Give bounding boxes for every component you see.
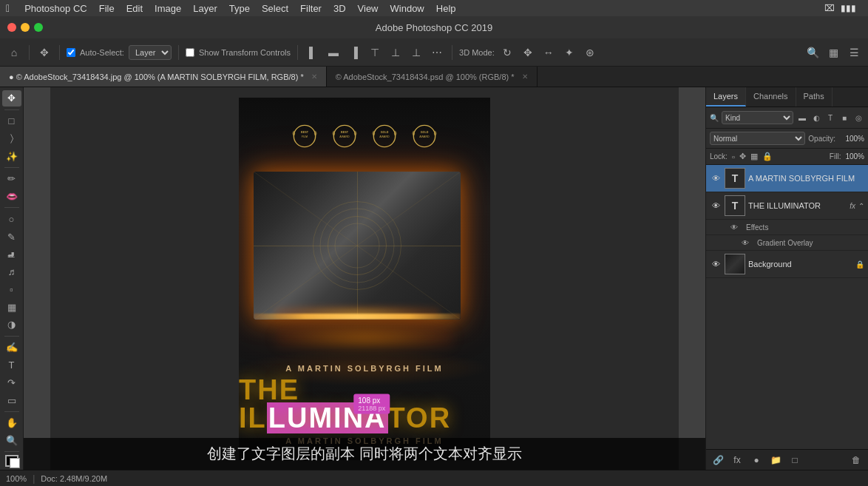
menu-3d[interactable]: 3D <box>333 3 346 14</box>
settings-icon[interactable]: ☰ <box>846 44 862 61</box>
add-style-icon[interactable]: fx <box>730 453 745 468</box>
layer-item-background[interactable]: 👁 Background 🔒 <box>706 251 868 278</box>
autoselect-label: Auto-Select: <box>80 48 124 57</box>
text-tool[interactable]: T <box>2 357 21 374</box>
foreground-color[interactable] <box>5 455 18 467</box>
3d-rotate2-icon[interactable]: ⊛ <box>582 44 598 61</box>
align-middle-icon[interactable]: ⊥ <box>387 44 404 61</box>
align-right-icon[interactable]: ▐ <box>346 44 362 61</box>
canvas-area[interactable]: BEST FILM BEST AWARD <box>24 87 705 470</box>
layers-kind-select[interactable]: Kind <box>722 111 793 124</box>
delete-layer-icon[interactable]: 🗑 <box>849 453 864 468</box>
lasso-tool[interactable]: 〉 <box>2 130 21 146</box>
tab-layers[interactable]: Layers <box>706 87 746 107</box>
marquee-tool[interactable]: □ <box>2 113 21 129</box>
tab-channels[interactable]: Channels <box>746 87 796 107</box>
link-layers-icon[interactable]: 🔗 <box>711 453 725 468</box>
layer-martin-visibility[interactable]: 👁 <box>710 172 722 184</box>
3d-rotate-icon[interactable]: ↻ <box>499 44 515 61</box>
effects-visibility[interactable]: 👁 <box>728 221 740 233</box>
filter-type-icon[interactable]: T <box>824 112 836 124</box>
menu-help[interactable]: Help <box>436 3 456 14</box>
tab-psd[interactable]: © AdobeStock_73418434.psd @ 100% (RGB/8)… <box>327 67 538 87</box>
layer-martin-thumb: T <box>725 168 745 189</box>
minimize-button[interactable] <box>21 23 30 32</box>
apple-menu-icon[interactable]:  <box>6 2 10 14</box>
layer-illuminator-visibility[interactable]: 👁 <box>710 200 722 212</box>
tab-psd-close[interactable]: ✕ <box>522 72 528 81</box>
pen-tool[interactable]: ✍ <box>2 340 21 356</box>
menu-filter[interactable]: Filter <box>300 3 322 14</box>
move-tool[interactable]: ✥ <box>2 90 21 107</box>
wand-tool[interactable]: ✨ <box>2 148 21 164</box>
show-transform-checkbox[interactable] <box>186 48 194 57</box>
menu-edit[interactable]: Edit <box>126 3 143 14</box>
align-top-icon[interactable]: ⊤ <box>367 44 383 61</box>
layer-illuminator-fx[interactable]: fx <box>850 202 855 210</box>
workspace-icon[interactable]: ▦ <box>825 44 841 61</box>
eraser-tool[interactable]: ▫ <box>2 282 21 298</box>
autoselect-type-select[interactable]: Layer <box>129 45 172 60</box>
path-tool[interactable]: ↷ <box>2 374 21 391</box>
dodge-tool[interactable]: ◑ <box>2 317 21 333</box>
tab-paths[interactable]: Paths <box>796 87 833 107</box>
menu-image[interactable]: Image <box>155 3 181 14</box>
menu-layer[interactable]: Layer <box>193 3 217 14</box>
healing-tool[interactable]: ○ <box>2 211 21 227</box>
3d-pan-icon[interactable]: ✥ <box>520 44 536 61</box>
clone-tool[interactable]: ⛸ <box>2 246 21 263</box>
autoselect-checkbox[interactable] <box>67 48 75 57</box>
lock-padlock-icon[interactable]: 🔒 <box>762 152 773 161</box>
filter-shape-icon[interactable]: ■ <box>838 112 850 124</box>
layer-background-visibility[interactable]: 👁 <box>710 258 722 270</box>
menu-file[interactable]: File <box>99 3 115 14</box>
svg-text:AWARD: AWARD <box>339 135 350 138</box>
lock-checkerboard-icon[interactable]: ▫ <box>732 152 735 161</box>
layer-illuminator-expand[interactable]: ⌃ <box>858 202 864 210</box>
menu-view[interactable]: View <box>358 3 379 14</box>
lock-move-icon[interactable]: ✥ <box>739 152 746 161</box>
filter-adjust-icon[interactable]: ◐ <box>810 112 822 124</box>
tab-jpg-close[interactable]: ✕ <box>311 72 317 81</box>
gradient-overlay-sublayer: 👁 Gradient Overlay <box>706 235 868 251</box>
maximize-button[interactable] <box>34 23 43 32</box>
fill-label: Fill: <box>830 152 841 161</box>
shape-tool[interactable]: ▭ <box>2 392 21 408</box>
zoom-tool[interactable]: 🔍 <box>2 433 21 449</box>
align-left-icon[interactable]: ▌ <box>305 44 321 61</box>
search-icon[interactable]: 🔍 <box>804 44 821 61</box>
svg-text:GOLD: GOLD <box>421 131 429 134</box>
gradient-tool[interactable]: ▦ <box>2 299 21 315</box>
align-bottom-icon[interactable]: ⊥ <box>408 44 424 61</box>
blend-mode-select[interactable]: Normal <box>710 132 805 145</box>
filter-pixel-icon[interactable]: ▬ <box>796 112 808 124</box>
3d-slide-icon[interactable]: ✦ <box>561 44 577 61</box>
menu-window[interactable]: Window <box>390 3 424 14</box>
new-layer-icon[interactable]: □ <box>787 453 802 468</box>
menu-select[interactable]: Select <box>262 3 288 14</box>
hand-tool[interactable]: ✋ <box>2 415 21 431</box>
more-icon[interactable]: ⋯ <box>429 44 445 61</box>
3d-scale-icon[interactable]: ↔ <box>540 44 557 61</box>
new-group-icon[interactable]: 📁 <box>768 453 783 468</box>
align-center-icon[interactable]: ▬ <box>325 44 342 61</box>
book-texture <box>254 172 461 320</box>
home-icon[interactable]: ⌂ <box>6 44 22 61</box>
svg-text:FILM: FILM <box>302 135 308 138</box>
eyedropper-tool[interactable]: 👄 <box>2 189 21 205</box>
history-tool[interactable]: ♬ <box>2 264 21 280</box>
layer-item-illuminator[interactable]: 👁 T THE ILLUMINATOR fx ⌃ <box>706 192 868 220</box>
add-mask-icon[interactable]: ● <box>749 453 764 468</box>
brush-tool[interactable]: ✎ <box>2 229 21 245</box>
tab-jpg[interactable]: ● © AdobeStock_73418434.jpg @ 100% (A MA… <box>0 67 327 87</box>
move-tool-icon[interactable]: ✥ <box>36 44 52 61</box>
filter-smart-icon[interactable]: ◎ <box>852 112 864 124</box>
menu-type[interactable]: Type <box>229 3 250 14</box>
tooltip-size: 108 px <box>358 396 380 404</box>
gradient-visibility[interactable]: 👁 <box>739 237 751 249</box>
crop-tool[interactable]: ✏ <box>2 171 21 187</box>
lock-artboard-icon[interactable]: ▦ <box>750 152 758 161</box>
layer-item-martin[interactable]: 👁 T A MARTIN SOLBYRGH FILM <box>706 165 868 192</box>
menu-photoshop[interactable]: Photoshop CC <box>24 3 87 14</box>
close-button[interactable] <box>7 23 16 32</box>
